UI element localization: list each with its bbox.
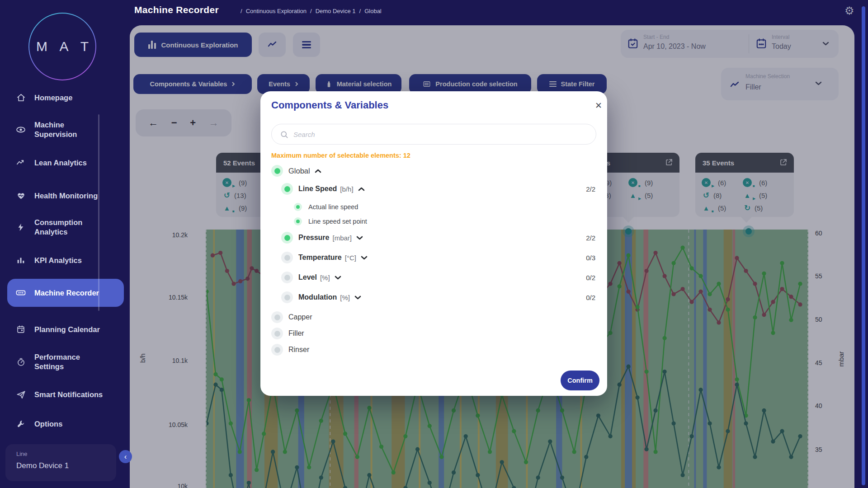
chevron-down-icon[interactable] bbox=[354, 296, 361, 300]
sidebar-collapse-button[interactable]: ‹ bbox=[119, 450, 132, 463]
unselected-radio-icon[interactable] bbox=[281, 272, 293, 283]
home-icon bbox=[15, 92, 26, 103]
breadcrumb-separator: / bbox=[241, 8, 242, 14]
heart-pulse-icon bbox=[15, 190, 26, 201]
calendar-icon bbox=[15, 324, 26, 335]
bar-chart-icon bbox=[15, 255, 26, 266]
unselected-radio-icon[interactable] bbox=[281, 291, 293, 303]
app-window: Machine Recorder / Continuous Exploratio… bbox=[0, 0, 868, 488]
sidebar-item-health-monitoring[interactable]: Health Monitoring bbox=[7, 187, 124, 205]
selection-count: 0/2 bbox=[586, 294, 595, 301]
tree-item-line-speed[interactable]: Line Speed [b/h] 2/2 bbox=[271, 182, 596, 196]
page-title: Machine Recorder bbox=[134, 5, 219, 15]
unselected-radio-icon[interactable] bbox=[271, 311, 283, 323]
eye-icon bbox=[15, 124, 26, 135]
tree-item-level[interactable]: Level [%] 0/2 bbox=[271, 270, 596, 285]
breadcrumb-separator: / bbox=[359, 8, 361, 14]
chevron-up-icon[interactable] bbox=[358, 187, 365, 191]
line-selection-card: Line Demo Device 1 bbox=[5, 444, 116, 481]
selection-count: 0/2 bbox=[586, 274, 595, 282]
sidebar-scrollbar[interactable] bbox=[98, 114, 99, 311]
selection-count: 2/2 bbox=[586, 185, 595, 193]
selected-radio-icon[interactable] bbox=[281, 232, 293, 244]
recorder-icon bbox=[15, 287, 26, 298]
modal-title: Components & Variables bbox=[271, 99, 388, 111]
wrench-icon bbox=[15, 418, 26, 429]
selected-radio-icon[interactable] bbox=[271, 165, 283, 177]
sidebar-item-options[interactable]: Options bbox=[7, 415, 124, 433]
trend-line-icon bbox=[15, 157, 26, 168]
close-icon[interactable]: ✕ bbox=[595, 100, 602, 111]
unselected-radio-icon[interactable] bbox=[271, 344, 283, 356]
components-variables-modal: Components & Variables ✕ Maximum number … bbox=[260, 91, 607, 396]
breadcrumb-separator: / bbox=[310, 8, 312, 14]
search-icon bbox=[280, 130, 289, 139]
settings-gear-icon[interactable]: ⚙ bbox=[844, 5, 854, 17]
tree-item-pressure[interactable]: Pressure [mbar] 2/2 bbox=[271, 230, 596, 245]
sidebar-item-machine-supervision[interactable]: Machine Supervision bbox=[7, 117, 124, 143]
main-content: Continuous Exploration Start - End Apr 1… bbox=[130, 25, 854, 488]
sidebar-item-performance-settings[interactable]: Performance Settings bbox=[7, 349, 124, 375]
sidebar-item-homepage[interactable]: Homepage bbox=[7, 89, 124, 107]
tree-item-rinser[interactable]: Rinser bbox=[271, 343, 596, 357]
chevron-up-icon[interactable] bbox=[315, 169, 321, 173]
breadcrumb-item-global[interactable]: Global bbox=[364, 8, 382, 14]
sidebar-item-machine-recorder[interactable]: Machine Recorder bbox=[7, 279, 124, 307]
tree-item-temperature[interactable]: Temperature [°C] 0/3 bbox=[271, 250, 596, 265]
search-input[interactable] bbox=[293, 126, 583, 142]
selected-dot-icon[interactable] bbox=[294, 217, 302, 225]
unselected-radio-icon[interactable] bbox=[281, 252, 293, 263]
tree-item-capper[interactable]: Capper bbox=[271, 310, 596, 324]
mat-logo: M A T bbox=[28, 13, 96, 80]
chevron-left-icon: ‹ bbox=[124, 452, 127, 461]
line-value: Demo Device 1 bbox=[16, 461, 112, 470]
tree-item-actual-line-speed[interactable]: Actual line speed bbox=[271, 200, 596, 214]
page-scrollbar[interactable] bbox=[862, 6, 865, 485]
search-field bbox=[271, 124, 596, 145]
breadcrumb-item-continuous-exploration[interactable]: Continuous Exploration bbox=[246, 8, 307, 14]
unselected-radio-icon[interactable] bbox=[271, 328, 283, 339]
tree-item-line-speed-set-point[interactable]: Line speed set point bbox=[271, 214, 596, 229]
confirm-button[interactable]: Confirm bbox=[561, 371, 599, 390]
line-label: Line bbox=[16, 450, 112, 457]
gauge-icon bbox=[15, 357, 26, 367]
sidebar-item-lean-analytics[interactable]: Lean Analytics bbox=[7, 154, 124, 172]
sidebar-item-smart-notifications[interactable]: Smart Notifications bbox=[7, 381, 124, 408]
chevron-down-icon[interactable] bbox=[335, 276, 341, 280]
tree-item-global[interactable]: Global bbox=[271, 164, 596, 178]
send-icon bbox=[15, 389, 26, 400]
tree-item-filler[interactable]: Filler bbox=[271, 326, 596, 341]
bolt-icon bbox=[15, 222, 26, 233]
chevron-down-icon[interactable] bbox=[356, 236, 363, 240]
breadcrumb: / Continuous Exploration / Demo Device 1… bbox=[241, 8, 382, 14]
sidebar-item-consumption-analytics[interactable]: Consumption Analytics bbox=[7, 214, 124, 240]
chevron-down-icon[interactable] bbox=[361, 256, 368, 260]
sidebar-item-planning-calendar[interactable]: Planning Calendar bbox=[7, 316, 124, 343]
sidebar: M A T Homepage Machine Supervision Lean … bbox=[0, 0, 130, 488]
sidebar-item-kpi-analytics[interactable]: KPI Analytics bbox=[7, 251, 124, 269]
selection-count: 2/2 bbox=[586, 234, 595, 242]
selected-radio-icon[interactable] bbox=[281, 183, 293, 195]
max-selectable-warning: Maximum number of selectable elements: 1… bbox=[271, 152, 410, 159]
breadcrumb-item-demo-device[interactable]: Demo Device 1 bbox=[316, 8, 356, 14]
selection-count: 0/3 bbox=[586, 254, 595, 262]
mat-logo-text: M A T bbox=[32, 39, 93, 54]
tree-item-modulation[interactable]: Modulation [%] 0/2 bbox=[271, 290, 596, 305]
selected-dot-icon[interactable] bbox=[294, 203, 302, 211]
